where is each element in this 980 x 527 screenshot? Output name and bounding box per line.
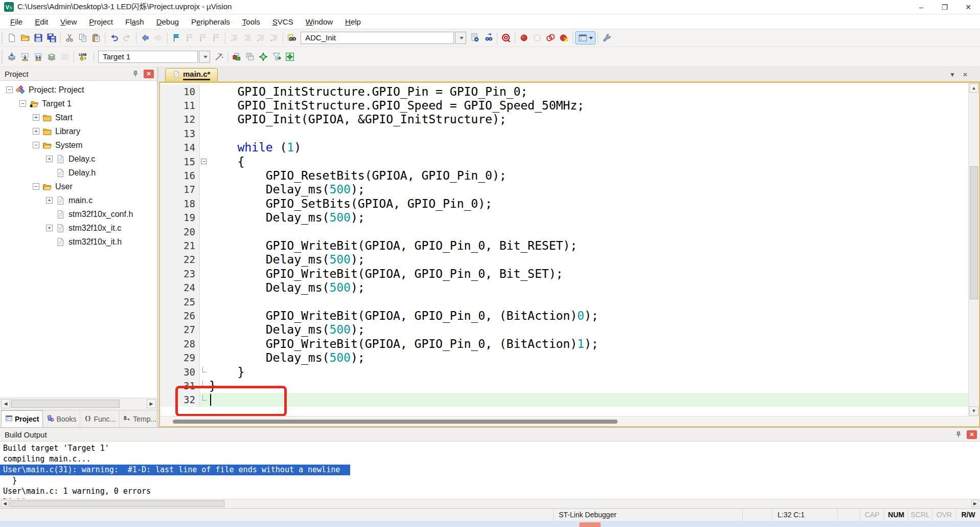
- fold-margin[interactable]: −: [200, 155, 209, 168]
- code-line-26[interactable]: 26 GPIO_WriteBit(GPIOA, GPIO_Pin_0, (Bit…: [160, 309, 968, 322]
- fold-margin[interactable]: [200, 84, 209, 98]
- maximize-button[interactable]: ❐: [933, 0, 956, 14]
- code-line-30[interactable]: 30 }: [160, 365, 968, 379]
- options-wand-icon[interactable]: [212, 50, 225, 63]
- code-line-19[interactable]: 19 Delay_ms(500);: [160, 211, 968, 225]
- line-number[interactable]: 13: [160, 126, 200, 140]
- code-line-12[interactable]: 12 GPIO_Init(GPIOA, &GPIO_InitStructure)…: [160, 113, 968, 126]
- rte-icon[interactable]: [257, 50, 270, 63]
- fold-margin[interactable]: [200, 211, 209, 225]
- uncomment-icon[interactable]: [267, 31, 281, 45]
- tree-item-user[interactable]: −User: [0, 180, 157, 193]
- minimize-button[interactable]: –: [909, 0, 933, 14]
- fold-margin[interactable]: [200, 267, 209, 280]
- menu-debug[interactable]: Debug: [150, 15, 185, 28]
- manage-items-icon[interactable]: [230, 50, 243, 63]
- find-text-combobox[interactable]: ADC_Init: [301, 32, 466, 44]
- fold-margin[interactable]: [200, 280, 209, 294]
- paste-icon[interactable]: [89, 31, 103, 45]
- code-line-23[interactable]: 23 GPIO_WriteBit(GPIOA, GPIO_Pin_0, Bit_…: [160, 267, 968, 280]
- code-line-18[interactable]: 18 GPIO_SetBits(GPIOA, GPIO_Pin_0);: [160, 196, 968, 210]
- menu-flash[interactable]: Flash: [119, 15, 150, 28]
- bp-enable-icon[interactable]: [531, 31, 544, 45]
- scrollbar-thumb[interactable]: [173, 420, 618, 424]
- stop-build-icon[interactable]: [58, 50, 72, 63]
- bookmark-prev-icon[interactable]: [183, 31, 196, 45]
- code-line-15[interactable]: 15− {: [160, 155, 968, 168]
- code-line-20[interactable]: 20: [160, 225, 968, 238]
- nav-forward-icon[interactable]: [152, 31, 165, 45]
- line-number[interactable]: 12: [160, 113, 200, 126]
- line-number[interactable]: 27: [160, 323, 200, 337]
- line-number[interactable]: 25: [160, 295, 200, 309]
- collapse-icon[interactable]: −: [6, 86, 13, 93]
- tab-list-dropdown-icon[interactable]: ▼: [949, 71, 955, 78]
- combo-value[interactable]: ADC_Init: [301, 32, 454, 44]
- expand-icon[interactable]: +: [46, 197, 53, 204]
- scroll-right-icon[interactable]: ▶: [147, 399, 156, 408]
- fold-margin[interactable]: [200, 113, 209, 126]
- tab-main-c[interactable]: main.c*: [165, 68, 218, 81]
- bookmark-toggle-icon[interactable]: [170, 31, 183, 45]
- bookmark-next-icon[interactable]: [196, 31, 210, 45]
- menu-window[interactable]: Window: [300, 15, 339, 28]
- fold-margin[interactable]: [200, 309, 209, 322]
- line-number[interactable]: 23: [160, 267, 200, 280]
- line-number[interactable]: 18: [160, 196, 200, 210]
- line-number[interactable]: 30: [160, 365, 200, 379]
- code-line-11[interactable]: 11 GPIO_InitStructure.GPIO_Speed = GPIO_…: [160, 98, 968, 112]
- project-windows-icon[interactable]: [575, 31, 596, 45]
- line-number[interactable]: 19: [160, 211, 200, 225]
- tree-item-main-c[interactable]: +main.c: [0, 193, 157, 207]
- wrench-icon[interactable]: [600, 31, 613, 45]
- build-log-line[interactable]: compiling main.c...: [0, 454, 980, 465]
- code-line-13[interactable]: 13: [160, 126, 968, 140]
- target-select-combobox[interactable]: Target 1: [98, 51, 210, 63]
- line-number[interactable]: 21: [160, 238, 200, 252]
- menu-project[interactable]: Project: [83, 15, 119, 28]
- cut-icon[interactable]: [63, 31, 76, 45]
- bp-killall-icon[interactable]: [557, 31, 571, 45]
- save-all-icon[interactable]: [45, 31, 58, 45]
- tree-item-system[interactable]: −System: [0, 138, 157, 152]
- find-next-icon[interactable]: [482, 31, 495, 45]
- expand-icon[interactable]: +: [46, 156, 53, 162]
- chevron-down-icon[interactable]: [589, 37, 593, 39]
- build-output-close-button[interactable]: ✕: [967, 430, 977, 439]
- build-log-line[interactable]: Build target 'Target 1': [0, 443, 980, 454]
- scrollbar-thumb[interactable]: [10, 500, 224, 507]
- doc-find-icon[interactable]: [468, 31, 482, 45]
- line-number[interactable]: 29: [160, 350, 200, 364]
- bp-disable-icon[interactable]: [544, 31, 557, 45]
- line-number[interactable]: 15: [160, 155, 200, 168]
- tree-item-stm32f10x-it-c[interactable]: +stm32f10x_it.c: [0, 221, 157, 235]
- fold-margin[interactable]: [200, 350, 209, 364]
- collapse-icon[interactable]: −: [33, 183, 39, 190]
- tree-item-delay-c[interactable]: +Delay.c: [0, 152, 157, 166]
- chevron-down-icon[interactable]: [455, 32, 466, 44]
- build-warning-line-selected[interactable]: User\main.c(31): warning: #1-D: last lin…: [0, 465, 350, 475]
- pin-icon[interactable]: [953, 430, 964, 439]
- line-number[interactable]: 20: [160, 225, 200, 238]
- editor-vscrollbar[interactable]: ▲ ▼: [968, 83, 979, 416]
- tree-item-start[interactable]: +Start: [0, 111, 157, 124]
- scroll-left-icon[interactable]: ◀: [1, 399, 10, 408]
- menu-svcs[interactable]: SVCS: [266, 15, 300, 28]
- line-number[interactable]: 16: [160, 168, 200, 182]
- fold-margin[interactable]: [200, 295, 209, 309]
- scroll-down-icon[interactable]: ▼: [969, 406, 978, 415]
- code-line-27[interactable]: 27 Delay_ms(500);: [160, 323, 968, 337]
- menu-tools[interactable]: Tools: [236, 15, 266, 28]
- fold-margin[interactable]: [200, 253, 209, 267]
- line-number[interactable]: 22: [160, 253, 200, 267]
- indent-less-icon[interactable]: [227, 31, 241, 45]
- copy-icon[interactable]: [76, 31, 89, 45]
- tree-item-project-project[interactable]: −Project: Project: [0, 83, 157, 97]
- close-button[interactable]: ✕: [956, 0, 980, 14]
- fold-margin[interactable]: [200, 238, 209, 252]
- scroll-left-icon[interactable]: ◀: [1, 500, 9, 507]
- expand-icon[interactable]: +: [33, 114, 39, 121]
- fold-margin[interactable]: [200, 183, 209, 196]
- undo-icon[interactable]: [107, 31, 121, 45]
- sidebar-tab-func[interactable]: {}Func...: [80, 410, 120, 427]
